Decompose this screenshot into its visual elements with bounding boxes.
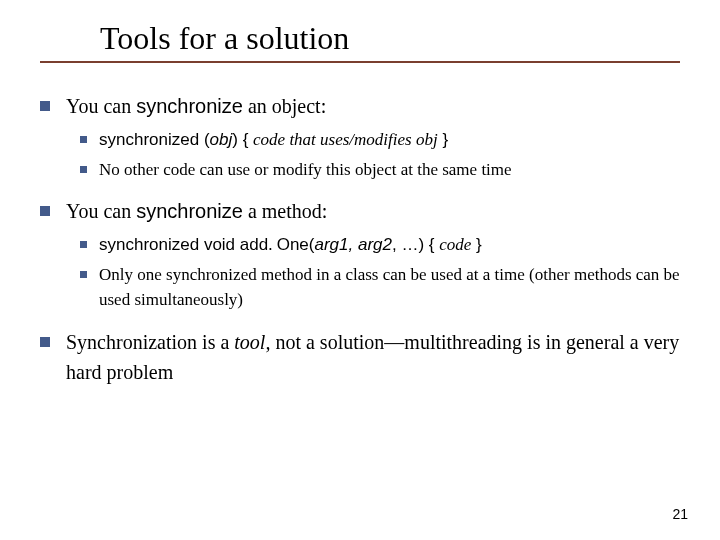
sub-bullet-text: synchronized (obj) { code that uses/modi… — [99, 127, 680, 153]
page-number: 21 — [672, 506, 688, 522]
square-bullet-icon — [80, 271, 87, 278]
title-container: Tools for a solution — [40, 20, 680, 63]
comma: , — [349, 235, 358, 254]
slide-content: You can synchronize an object: synchroni… — [40, 91, 680, 387]
arg2: arg2 — [358, 235, 392, 254]
dot: . — [268, 235, 277, 254]
square-bullet-icon — [40, 206, 50, 216]
bullet-text: You can synchronize a method: — [66, 196, 680, 226]
sub-bullet-text: Only one synchronized method in a class … — [99, 262, 680, 313]
bullet-summary: Synchronization is a tool, not a solutio… — [40, 327, 680, 387]
code-placeholder: code that uses/modifies obj — [253, 130, 438, 149]
slide-title: Tools for a solution — [100, 20, 680, 57]
square-bullet-icon — [80, 241, 87, 248]
ellipsis: , …) { — [392, 235, 439, 254]
arg1: arg1 — [314, 235, 348, 254]
sub-bullet-note: No other code can use or modify this obj… — [80, 157, 680, 183]
square-bullet-icon — [40, 101, 50, 111]
keyword-synchronize: synchronize — [136, 95, 243, 117]
square-bullet-icon — [80, 136, 87, 143]
emphasis-tool: tool, — [234, 331, 270, 353]
sub-bullet-text: synchronized void add. One(arg1, arg2, …… — [99, 232, 680, 258]
bullet-text: You can synchronize an object: — [66, 91, 680, 121]
brace: } — [471, 235, 481, 254]
sub-bullet-note: Only one synchronized method in a class … — [80, 262, 680, 313]
keyword-synchronized-void: synchronized void add — [99, 235, 268, 254]
brace: } — [438, 130, 448, 149]
sub-bullet-syntax: synchronized void add. One(arg1, arg2, …… — [80, 232, 680, 258]
paren: ( — [199, 130, 209, 149]
text-fragment: an object: — [243, 95, 326, 117]
text-fragment: You can — [66, 95, 136, 117]
text-fragment: a method: — [243, 200, 327, 222]
bullet-sync-method: You can synchronize a method: — [40, 196, 680, 226]
bullet-sync-object: You can synchronize an object: — [40, 91, 680, 121]
code-placeholder: code — [439, 235, 471, 254]
keyword-synchronized: synchronized — [99, 130, 199, 149]
text-fragment: Synchronization is a — [66, 331, 234, 353]
sub-bullet-syntax: synchronized (obj) { code that uses/modi… — [80, 127, 680, 153]
square-bullet-icon — [40, 337, 50, 347]
sub-bullet-group: synchronized void add. One(arg1, arg2, …… — [80, 232, 680, 313]
bullet-text: Synchronization is a tool, not a solutio… — [66, 327, 680, 387]
text-fragment: You can — [66, 200, 136, 222]
paren: ) { — [232, 130, 253, 149]
square-bullet-icon — [80, 166, 87, 173]
sub-bullet-group: synchronized (obj) { code that uses/modi… — [80, 127, 680, 182]
keyword-synchronize: synchronize — [136, 200, 243, 222]
sub-bullet-text: No other code can use or modify this obj… — [99, 157, 680, 183]
method-one: One — [277, 235, 309, 254]
arg-obj: obj — [210, 130, 233, 149]
